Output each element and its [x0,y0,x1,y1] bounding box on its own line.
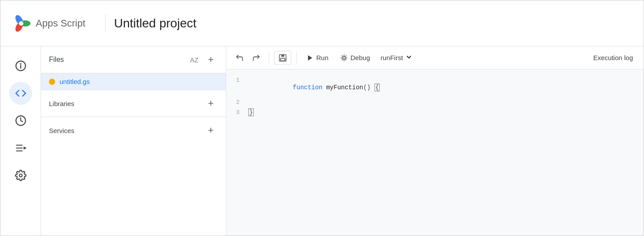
code-line-3: 3 } [226,108,644,118]
code-editor[interactable]: 1 function myFunction() { 2 3 } [226,69,644,236]
add-service-button[interactable]: + [204,123,218,137]
debug-label: Debug [351,54,370,61]
info-icon [15,60,26,72]
function-identifier: myFunction [326,84,363,91]
sort-az-icon: AZ [190,56,198,64]
services-label: Services [49,127,75,134]
header-divider [105,15,105,32]
main-body: Files AZ + untitled.gs Libraries + Servi… [0,46,644,236]
line-number-2: 2 [226,99,248,106]
code-icon [15,88,26,99]
save-button[interactable] [274,51,291,65]
file-panel-actions: AZ + [190,53,218,67]
svg-marker-16 [308,55,312,61]
sidebar-executions-btn[interactable] [9,137,32,160]
editor-toolbar: Run Debug runFirst [226,46,644,69]
header: Apps Script Untitled project [0,0,644,46]
undo-button[interactable] [232,52,247,64]
sidebar-icons [0,46,41,236]
debug-icon [340,54,348,62]
file-name: untitled.gs [60,78,90,85]
file-dot [49,79,55,85]
file-panel-header: Files AZ + [41,46,226,73]
services-section: Services + [41,117,226,144]
line-number-1: 1 [226,77,248,84]
run-icon [307,54,314,61]
sidebar-info-btn[interactable] [9,54,32,77]
run-label: Run [316,54,329,61]
close-brace: } [248,108,254,116]
line-number-3: 3 [226,109,248,116]
line-content-2 [248,99,252,106]
line-content-3: } [248,108,254,116]
clock-icon [15,115,26,126]
apps-script-logo [11,13,31,34]
libraries-label: Libraries [49,100,75,107]
svg-point-12 [19,174,22,177]
toolbar-divider-1 [269,52,269,64]
function-selector[interactable]: runFirst [377,51,416,65]
editor-area: Run Debug runFirst [226,46,644,236]
function-name: runFirst [381,54,403,61]
run-button[interactable]: Run [302,52,333,64]
debug-button[interactable]: Debug [336,52,374,64]
project-title: Untitled project [114,16,197,30]
dropdown-icon [405,53,413,63]
line-content-1: function myFunction() { [248,76,380,99]
toolbar-divider-2 [296,52,297,64]
svg-rect-14 [281,54,285,57]
logo-area: Apps Script [11,13,86,34]
code-line-1: 1 function myFunction() { [226,76,644,99]
add-library-button[interactable]: + [204,96,218,110]
settings-icon [15,170,26,181]
sidebar-triggers-btn[interactable] [9,109,32,132]
sidebar-settings-btn[interactable] [9,164,32,187]
svg-point-17 [343,57,345,59]
keyword-function: function [293,84,326,91]
apps-script-label: Apps Script [36,18,86,29]
execution-log-button[interactable]: Execution log [589,52,637,64]
code-line-2: 2 [226,99,644,108]
files-label: Files [49,56,64,64]
save-icon [278,53,287,62]
sidebar-editor-btn[interactable] [9,82,32,105]
libraries-section: Libraries + [41,90,226,117]
file-panel: Files AZ + untitled.gs Libraries + Servi… [41,46,226,236]
undo-icon [235,53,244,62]
svg-rect-15 [281,58,285,61]
open-brace: { [374,84,380,91]
redo-button[interactable] [249,52,263,64]
file-item-untitled-gs[interactable]: untitled.gs [41,73,226,90]
svg-point-4 [19,21,23,26]
add-file-button[interactable]: + [204,53,218,67]
redo-icon [252,53,261,62]
executions-icon [15,142,26,154]
app-container: Apps Script Untitled project [0,0,644,236]
chevron-down-icon [405,53,413,61]
